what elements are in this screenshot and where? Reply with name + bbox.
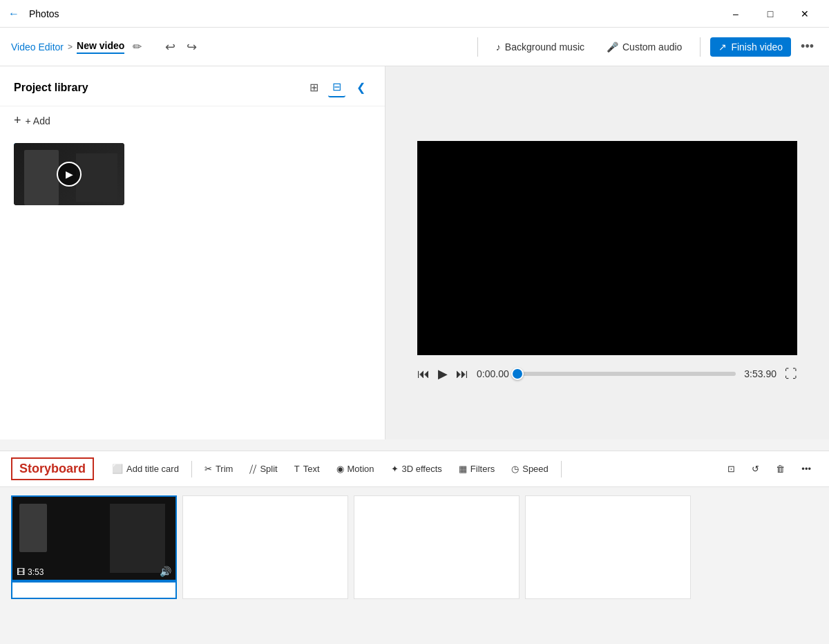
maximize-button[interactable]: □ bbox=[754, 3, 786, 25]
breadcrumb-separator: > bbox=[68, 42, 73, 52]
play-button[interactable]: ▶ bbox=[438, 366, 448, 381]
text-button[interactable]: T Text bbox=[287, 460, 327, 478]
video-preview-panel: ⏮ ▶ ⏭ 0:00.00 3:53.90 ⛶ bbox=[385, 66, 829, 439]
motion-button[interactable]: ◉ Motion bbox=[330, 460, 381, 478]
title-bar-left: ← Photos bbox=[8, 8, 720, 20]
storyboard-section: Storyboard ⬜ Add title card ✂ Trim ⧸⧸ Sp… bbox=[0, 451, 829, 644]
clip-duration: 🎞 3:53 bbox=[17, 567, 44, 577]
background-music-button[interactable]: ♪ Background music bbox=[488, 37, 593, 57]
minimize-button[interactable]: – bbox=[720, 3, 752, 25]
clip-door bbox=[110, 504, 165, 573]
breadcrumb-parent[interactable]: Video Editor bbox=[11, 41, 64, 53]
split-icon: ⧸⧸ bbox=[249, 464, 256, 475]
finish-video-button[interactable]: ↗ Finish video bbox=[710, 37, 791, 57]
audio-icon: 🎤 bbox=[607, 41, 618, 53]
trash-icon: 🗑 bbox=[776, 464, 785, 474]
panel-toolbar: + + Add bbox=[0, 106, 385, 135]
media-grid: ▶ bbox=[0, 135, 385, 214]
thumbnail-overlay: ▶ bbox=[14, 143, 124, 205]
story-clip-3[interactable] bbox=[354, 495, 520, 599]
more-clip-options-button[interactable]: ••• bbox=[794, 460, 818, 478]
add-title-card-button[interactable]: ⬜ Add title card bbox=[105, 460, 186, 478]
redo-button[interactable]: ↪ bbox=[182, 35, 201, 59]
rotate-icon: ↺ bbox=[752, 464, 759, 474]
clip-audio-icon: 🔊 bbox=[160, 566, 171, 577]
list-view-button[interactable]: ⊟ bbox=[328, 77, 345, 97]
export-icon: ↗ bbox=[718, 41, 727, 53]
title-bar: ← Photos – □ ✕ bbox=[0, 0, 829, 28]
story-clip-2[interactable] bbox=[182, 495, 348, 599]
split-button[interactable]: ⧸⧸ Split bbox=[242, 460, 284, 479]
delete-button[interactable]: 🗑 bbox=[769, 460, 792, 478]
fullscreen-button[interactable]: ⛶ bbox=[785, 367, 797, 381]
panel-title: Project library bbox=[14, 82, 88, 94]
top-toolbar: Video Editor > New video ✏ ↩ ↪ ♪ Backgro… bbox=[0, 28, 829, 66]
separator-2 bbox=[700, 37, 701, 57]
video-preview-screen bbox=[417, 141, 797, 355]
clip-silhouette bbox=[19, 504, 47, 552]
sb-separator-2 bbox=[561, 461, 562, 477]
duration-value: 3:53 bbox=[28, 567, 44, 577]
video-controls: ⏮ ▶ ⏭ 0:00.00 3:53.90 ⛶ bbox=[417, 355, 797, 392]
back-icon[interactable]: ← bbox=[8, 8, 19, 20]
main-content: Project library ⊞ ⊟ ❮ + + Add bbox=[0, 66, 829, 451]
speed-icon: ◷ bbox=[511, 464, 519, 474]
breadcrumb: Video Editor > New video ✏ bbox=[11, 40, 142, 54]
filters-icon: ▦ bbox=[459, 464, 467, 474]
story-clip-4[interactable] bbox=[525, 495, 691, 599]
add-media-button[interactable]: + + Add bbox=[14, 113, 50, 128]
filters-button[interactable]: ▦ Filters bbox=[452, 460, 502, 478]
skip-forward-button[interactable]: ⏭ bbox=[456, 367, 468, 381]
storyboard-label[interactable]: Storyboard bbox=[11, 457, 94, 480]
undo-button[interactable]: ↩ bbox=[161, 35, 180, 59]
media-thumbnail[interactable]: ▶ bbox=[14, 143, 124, 205]
music-icon: ♪ bbox=[496, 41, 501, 53]
collapse-panel-button[interactable]: ❮ bbox=[351, 78, 371, 97]
seek-bar[interactable] bbox=[517, 372, 736, 376]
trim-icon: ✂ bbox=[204, 464, 212, 474]
app-name: Photos bbox=[29, 8, 59, 19]
rotate-button[interactable]: ↺ bbox=[745, 460, 766, 478]
grid-view-button[interactable]: ⊞ bbox=[305, 78, 323, 97]
sb-separator-1 bbox=[191, 461, 192, 477]
clip-preview-1: 🎞 3:53 🔊 bbox=[12, 497, 175, 580]
trim-button[interactable]: ✂ Trim bbox=[198, 460, 240, 478]
edit-title-icon[interactable]: ✏ bbox=[133, 40, 142, 53]
seek-thumb[interactable] bbox=[511, 368, 524, 380]
title-bar-controls: – □ ✕ bbox=[720, 3, 821, 25]
undo-redo-group: ↩ ↪ bbox=[161, 35, 201, 59]
clip-progress-bar bbox=[12, 580, 175, 583]
skip-back-button[interactable]: ⏮ bbox=[417, 367, 430, 381]
current-time: 0:00.00 bbox=[477, 368, 509, 379]
resize-icon: ⊡ bbox=[727, 464, 735, 474]
speed-button[interactable]: ◷ Speed bbox=[504, 460, 555, 478]
motion-icon: ◉ bbox=[336, 464, 344, 474]
project-library-panel: Project library ⊞ ⊟ ❮ + + Add bbox=[0, 66, 385, 439]
title-card-icon: ⬜ bbox=[112, 464, 123, 474]
play-button-overlay[interactable]: ▶ bbox=[57, 162, 82, 187]
more-options-button[interactable]: ••• bbox=[797, 35, 818, 58]
resize-button[interactable]: ⊡ bbox=[721, 460, 742, 478]
breadcrumb-current: New video bbox=[77, 40, 124, 54]
text-icon: T bbox=[294, 464, 300, 474]
effects-icon: ✦ bbox=[391, 464, 399, 474]
effects-3d-button[interactable]: ✦ 3D effects bbox=[384, 460, 449, 478]
separator-1 bbox=[477, 37, 478, 57]
storyboard-toolbar: Storyboard ⬜ Add title card ✂ Trim ⧸⧸ Sp… bbox=[0, 451, 829, 487]
end-time: 3:53.90 bbox=[744, 368, 776, 379]
add-icon: + bbox=[14, 113, 21, 128]
close-button[interactable]: ✕ bbox=[789, 3, 821, 25]
storyboard-clips: 🎞 3:53 🔊 bbox=[0, 487, 829, 644]
story-clip-1[interactable]: 🎞 3:53 🔊 bbox=[11, 495, 177, 599]
panel-header-actions: ⊞ ⊟ ❮ bbox=[305, 77, 371, 97]
panel-header: Project library ⊞ ⊟ ❮ bbox=[0, 66, 385, 106]
custom-audio-button[interactable]: 🎤 Custom audio bbox=[598, 37, 690, 57]
film-icon: 🎞 bbox=[17, 567, 25, 577]
